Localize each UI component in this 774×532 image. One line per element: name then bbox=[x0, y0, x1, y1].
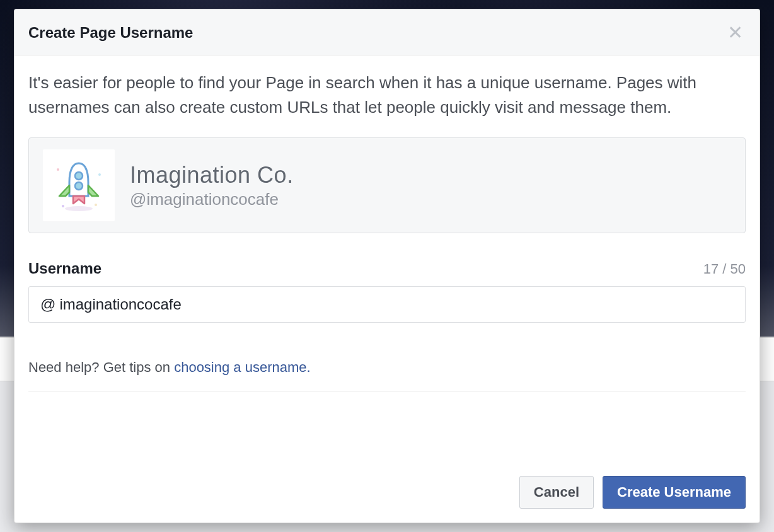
svg-point-5 bbox=[62, 205, 64, 207]
help-row: Need help? Get tips on choosing a userna… bbox=[28, 359, 746, 391]
modal-description: It's easier for people to find your Page… bbox=[28, 71, 746, 120]
svg-point-4 bbox=[98, 173, 101, 176]
at-prefix: @ bbox=[40, 296, 55, 313]
modal-body: It's easier for people to find your Page… bbox=[14, 55, 760, 463]
username-input-wrap[interactable]: @ bbox=[28, 286, 746, 323]
close-icon[interactable]: ✕ bbox=[725, 21, 746, 45]
character-counter: 17 / 50 bbox=[703, 261, 746, 277]
rocket-icon bbox=[50, 157, 107, 214]
username-label: Username bbox=[28, 260, 101, 277]
modal-title: Create Page Username bbox=[28, 24, 193, 42]
svg-point-0 bbox=[65, 206, 93, 211]
cancel-button[interactable]: Cancel bbox=[519, 476, 594, 509]
svg-point-3 bbox=[57, 168, 59, 171]
page-meta: Imagination Co. @imaginationcocafe bbox=[130, 162, 294, 209]
page-preview-card: Imagination Co. @imaginationcocafe bbox=[28, 137, 746, 233]
username-field-header: Username 17 / 50 bbox=[28, 260, 746, 277]
create-username-modal: Create Page Username ✕ It's easier for p… bbox=[14, 9, 760, 523]
page-name: Imagination Co. bbox=[130, 162, 294, 188]
svg-point-6 bbox=[95, 204, 97, 206]
page-handle: @imaginationcocafe bbox=[130, 190, 294, 209]
choosing-username-link[interactable]: choosing a username. bbox=[174, 359, 310, 375]
help-text: Need help? Get tips on bbox=[28, 359, 174, 375]
svg-point-2 bbox=[75, 182, 83, 190]
modal-header: Create Page Username ✕ bbox=[14, 9, 760, 55]
modal-footer: Cancel Create Username bbox=[14, 463, 760, 523]
username-input[interactable] bbox=[59, 296, 734, 313]
page-avatar bbox=[43, 149, 115, 221]
create-username-button[interactable]: Create Username bbox=[603, 476, 746, 509]
svg-point-1 bbox=[75, 172, 83, 180]
